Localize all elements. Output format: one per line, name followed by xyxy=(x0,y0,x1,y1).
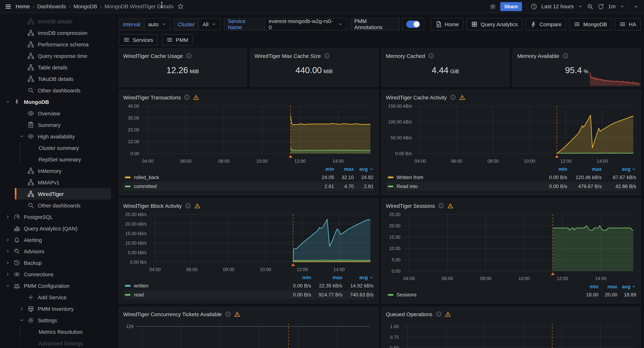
legend-row-sessions[interactable]: Sessions 18.0020.0018.89 xyxy=(386,290,636,299)
sidebar-item-wiredtiger[interactable]: WiredTiger xyxy=(0,188,113,200)
chevron-down-icon[interactable] xyxy=(18,318,26,323)
dashboard-link-query-analytics[interactable]: Query Analytics xyxy=(467,18,522,30)
chevron-down-icon[interactable] xyxy=(4,283,12,288)
sidebar-item-advisors[interactable]: Advisors xyxy=(0,246,113,257)
panel-title[interactable]: Queued Operations xyxy=(386,311,432,317)
info-icon[interactable] xyxy=(428,53,434,59)
info-icon[interactable] xyxy=(438,203,444,208)
warning-icon[interactable] xyxy=(447,202,454,209)
dashboard-link-ha[interactable]: HA xyxy=(615,18,641,30)
breadcrumb-mongodb[interactable]: MongoDB xyxy=(73,3,97,9)
dashboard-link-services[interactable]: Services xyxy=(119,34,158,46)
info-icon[interactable] xyxy=(184,94,190,100)
sidebar-item-inmemory[interactable]: InMemory xyxy=(0,165,113,176)
warning-icon[interactable] xyxy=(445,311,451,317)
info-icon[interactable] xyxy=(562,53,568,59)
share-button[interactable]: Share xyxy=(500,2,522,11)
sidebar-item-pmm-inventory[interactable]: PMM Inventory xyxy=(0,303,113,314)
chevron-down-icon[interactable] xyxy=(578,4,583,9)
chevron-right-icon[interactable] xyxy=(18,306,26,311)
sidebar-item-postgresql[interactable]: PostgreSQL xyxy=(0,211,113,222)
chevron-right-icon[interactable] xyxy=(4,272,12,277)
legend-sort-avg[interactable]: avg xyxy=(354,166,374,172)
menu-toggle-icon[interactable] xyxy=(5,3,12,10)
legend-sort-min[interactable]: min xyxy=(533,166,567,172)
sidebar-item-pmm-configuration[interactable]: PMM Configuration xyxy=(0,280,113,292)
legend-sort-min[interactable]: min xyxy=(580,284,598,290)
info-icon[interactable] xyxy=(450,94,456,100)
chevron-down-icon[interactable] xyxy=(4,100,12,104)
legend-sort-min[interactable]: min xyxy=(314,166,334,172)
variable-value-dropdown[interactable]: All xyxy=(198,18,220,30)
panel-title[interactable]: WiredTiger Sessions xyxy=(386,202,435,209)
panel-title[interactable]: Memory Available xyxy=(517,53,559,59)
warning-icon[interactable] xyxy=(459,94,465,100)
sidebar-item-alerting[interactable]: Alerting xyxy=(0,234,113,246)
legend-sort-max[interactable]: max xyxy=(311,275,342,280)
breadcrumb-home[interactable]: Home xyxy=(16,3,30,9)
sidebar-item-add-service[interactable]: Add Service xyxy=(0,292,113,303)
sidebar-item-query-response-time[interactable]: Query response time xyxy=(0,50,113,62)
breadcrumb-dashboards[interactable]: Dashboards xyxy=(37,3,66,9)
legend-sort-avg[interactable]: avg xyxy=(617,284,636,290)
time-series-plot[interactable]: 1.000.750.50 xyxy=(386,320,636,348)
sidebar-item-advanced-settings[interactable]: Advanced Settings xyxy=(0,338,113,348)
sidebar-item-overview[interactable]: Overview xyxy=(0,108,113,119)
chevron-right-icon[interactable] xyxy=(4,237,12,242)
clock-icon[interactable] xyxy=(531,3,538,10)
sidebar-item-settings[interactable]: Settings xyxy=(0,314,113,326)
warning-icon[interactable] xyxy=(193,94,200,100)
sidebar-item-other-dashboards[interactable]: Other dashboards xyxy=(0,85,113,96)
info-icon[interactable] xyxy=(185,203,191,208)
legend-row-committed[interactable]: committed 2.614.702.81 xyxy=(123,182,374,191)
warning-icon[interactable] xyxy=(194,202,200,209)
sidebar-item-tokudb-details[interactable]: TokuDB details xyxy=(0,73,113,85)
sidebar-item-performance-schema[interactable]: Performance schema xyxy=(0,39,113,50)
pmm-annotations-toggle[interactable] xyxy=(402,18,424,30)
sidebar-item-cluster-summary[interactable]: Cluster summary xyxy=(0,142,113,154)
info-icon[interactable] xyxy=(436,311,442,317)
sidebar-item-innodb-details[interactable]: InnoDB details xyxy=(0,16,113,27)
legend-sort-avg[interactable]: avg xyxy=(602,166,636,172)
time-series-plot[interactable]: 0.00 B/s5.00 kB/s10.00 kB/s15.00 kB/s20.… xyxy=(123,212,374,274)
time-series-plot[interactable]: 0.00 B/s50.00 kB/s100.00 kB/s150.00 kB/s… xyxy=(386,104,636,165)
dashboard-link-mongodb[interactable]: MongoDB xyxy=(569,18,612,30)
chevron-right-icon[interactable] xyxy=(4,249,12,254)
panel-title[interactable]: WiredTiger Cache Activity xyxy=(386,94,447,100)
legend-row-read-into[interactable]: Read into 0.00 B/s479.67 B/s42.86 B/s xyxy=(386,182,636,191)
zoom-out-icon[interactable] xyxy=(587,3,594,10)
variable-value-dropdown[interactable]: auto xyxy=(144,18,170,30)
chevron-right-icon[interactable] xyxy=(4,214,12,219)
sidebar-item-table-details[interactable]: Table details xyxy=(0,62,113,73)
info-icon[interactable] xyxy=(186,53,192,59)
sidebar-item-mmapv1[interactable]: MMAPv1 xyxy=(0,176,113,188)
time-series-plot[interactable]: 0.0010.0020.0030.0040.0004:0006:0008:001… xyxy=(123,104,374,165)
dashboard-link-compare[interactable]: Compare xyxy=(526,18,566,30)
time-series-plot[interactable]: 0.005.0010.0015.0020.0025.0004:0006:0008… xyxy=(386,212,636,282)
sidebar-item-metrics-resolution[interactable]: Metrics Resolution xyxy=(0,326,113,338)
legend-row-read[interactable]: read 0.00 B/s914.77 B/s740.63 B/s xyxy=(123,290,374,299)
sidebar-item-backup[interactable]: Backup xyxy=(0,257,113,268)
legend-sort-max[interactable]: max xyxy=(598,284,617,290)
chevron-right-icon[interactable] xyxy=(4,260,12,265)
panel-title[interactable]: WiredTiger Concurrency Tickets Available xyxy=(123,311,222,317)
sidebar-item-query-analytics-qan-[interactable]: Query Analytics (QAN) xyxy=(0,222,113,234)
dashboard-link-pmm[interactable]: PMM xyxy=(162,34,193,46)
legend-sort-max[interactable]: max xyxy=(334,166,354,172)
favorite-star-icon[interactable] xyxy=(178,3,184,9)
sidebar-item-connections[interactable]: Connections xyxy=(0,268,113,280)
legend-row-written[interactable]: written 0.00 B/s22.35 kB/s14.92 kB/s xyxy=(123,281,374,290)
chevron-down-icon[interactable] xyxy=(620,4,624,9)
panel-title[interactable]: WiredTiger Max Cache Size xyxy=(254,53,321,59)
sidebar-item-other-dashboards[interactable]: Other dashboards xyxy=(0,200,113,211)
info-icon[interactable] xyxy=(225,311,231,317)
chevron-down-icon[interactable] xyxy=(18,134,26,139)
sidebar-item-summary[interactable]: Summary xyxy=(0,119,113,130)
legend-sort-max[interactable]: max xyxy=(567,166,602,172)
info-icon[interactable] xyxy=(324,53,330,59)
legend-row-written-from[interactable]: Written from 0.00 B/s120.46 kB/s67.67 kB… xyxy=(386,173,636,182)
collapse-navbar-icon[interactable] xyxy=(634,4,639,9)
sidebar-item-replset-summary[interactable]: ReplSet summary xyxy=(0,154,113,165)
refresh-icon[interactable] xyxy=(598,3,604,10)
dashboard-settings-icon[interactable] xyxy=(490,3,496,10)
